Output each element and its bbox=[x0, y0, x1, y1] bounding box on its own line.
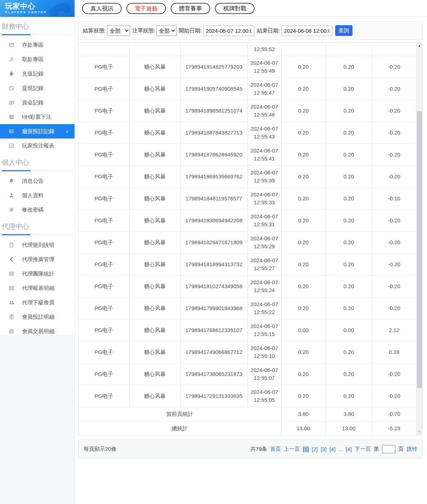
cell-game: 糖心风暴 bbox=[129, 253, 180, 275]
cell-bet-amount: 0.20 bbox=[281, 209, 325, 231]
jump-suffix-label: 页 bbox=[398, 446, 404, 453]
sidebar-item-deposit-zone[interactable]: 存款專區 bbox=[0, 38, 75, 52]
sidebar-item-withdraw-zone[interactable]: 取款專區 bbox=[0, 52, 75, 67]
page-link-4[interactable]: ... bbox=[338, 446, 343, 452]
sidebar-item-room-bet-records[interactable]: 廳室投註記錄› bbox=[0, 124, 75, 139]
sidebar-item-profile[interactable]: 個人資料 bbox=[0, 188, 75, 203]
summary-label: 總統計 bbox=[78, 421, 281, 435]
cell-win-loss: -0.20 bbox=[372, 275, 416, 297]
cell-valid-bet: 0.20 bbox=[325, 253, 372, 275]
cell-game: 糖心风暴 bbox=[129, 187, 180, 209]
cell-win-loss: -0.20 bbox=[372, 363, 416, 385]
settle-status-label: 結算狀態: bbox=[83, 27, 106, 34]
sidebar-item-member-bet-detail[interactable]: 會員投註明細 bbox=[0, 310, 75, 324]
page-link-current[interactable]: [1] bbox=[303, 446, 309, 452]
sidebar-item-label: 消息公告 bbox=[22, 178, 44, 185]
table-scrollbar[interactable]: ▲ ▼ bbox=[416, 43, 422, 435]
cell-valid-bet: 0.00 bbox=[325, 319, 372, 341]
sidebar-item-agent-report-detail[interactable]: 代理報表明細 bbox=[0, 281, 75, 295]
sidebar-item-hh-lottery-bet[interactable]: HH彩票下注 bbox=[0, 110, 75, 124]
tab-category-3[interactable]: 棋牌對戰 bbox=[215, 3, 255, 14]
page-link-5[interactable]: [4] bbox=[346, 446, 352, 452]
table-row: PG电子糖心风暴17989418386949422082024-06-0712:… bbox=[78, 209, 416, 231]
page-link-2[interactable]: [3] bbox=[320, 446, 327, 452]
first-page-link[interactable]: 首页 bbox=[270, 446, 281, 453]
jump-page-input[interactable] bbox=[382, 445, 395, 453]
scroll-thumb[interactable] bbox=[417, 111, 422, 388]
summary-label: 當前頁統計 bbox=[78, 407, 281, 421]
sidebar-item-player-bet-report[interactable]: 玩家投注報表 bbox=[0, 139, 75, 153]
tab-category-1[interactable]: 電子遊藝 bbox=[126, 3, 166, 14]
settle-status-select[interactable]: 全部 bbox=[107, 25, 130, 36]
cell-platform: PG电子 bbox=[78, 144, 129, 165]
cell-game: 糖心风暴 bbox=[129, 122, 180, 144]
scroll-up-arrow[interactable]: ▲ bbox=[417, 43, 422, 49]
report-detail-icon bbox=[9, 285, 14, 291]
cell-game: 糖心风暴 bbox=[129, 297, 180, 319]
cell-game: 糖心风暴 bbox=[129, 56, 180, 78]
order-status-select[interactable]: 全部 bbox=[156, 25, 176, 36]
sidebar-item-label: 代理推廣管理 bbox=[22, 256, 54, 263]
cell-win-loss: 0.28 bbox=[372, 341, 416, 363]
sidebar-item-agent-promotion[interactable]: 代理推廣管理 bbox=[0, 252, 75, 267]
table-row: PG电子糖心风暴17989419148257792032024-06-0712:… bbox=[78, 56, 416, 78]
sidebar-item-label: 代理團隊統計 bbox=[22, 271, 54, 277]
next-page-link[interactable]: 下一页 bbox=[355, 446, 371, 453]
summary-valid-bet: 3.80 bbox=[325, 407, 372, 421]
cell-platform: PG电子 bbox=[78, 122, 129, 144]
cell-bet-time: 2024-06-0712:55:41 bbox=[247, 144, 281, 165]
order-status-label: 注單狀態: bbox=[132, 27, 155, 34]
sidebar-item-agent-rules[interactable]: 代理規則說明 bbox=[0, 238, 75, 252]
cell-bet-time: 2024-06-0712:55:22 bbox=[247, 297, 281, 319]
query-button[interactable]: 查詢 bbox=[335, 25, 352, 36]
table-row: PG电子糖心风暴17989419057409085452024-06-0712:… bbox=[78, 78, 416, 100]
cell-platform: PG电子 bbox=[78, 275, 129, 297]
sidebar-item-change-password[interactable]: 修改密碼 bbox=[0, 203, 75, 217]
sidebar-nav: 財務中心存款專區取款專區充值記錄提現記錄資金記錄HH彩票下注廳室投註記錄›玩家投… bbox=[0, 22, 75, 335]
sidebar-item-member-trade-detail[interactable]: 會員交易明細 bbox=[0, 324, 75, 335]
page-link-1[interactable]: [2] bbox=[312, 446, 318, 452]
sidebar-item-recharge-records[interactable]: 充值記錄 bbox=[0, 67, 75, 81]
cell-valid-bet: 0.20 bbox=[325, 100, 372, 122]
scroll-down-arrow[interactable]: ▼ bbox=[417, 429, 422, 435]
sidebar-item-agent-team-stats[interactable]: 代理團隊統計 bbox=[0, 267, 75, 281]
cell-valid-bet: 0.20 bbox=[325, 144, 372, 165]
tab-category-2[interactable]: 體育賽事 bbox=[171, 3, 210, 14]
cell-bet-time: 2024-06-0712:55:29 bbox=[247, 231, 281, 253]
cell-bet-time: 2024-06-0712:55:27 bbox=[247, 253, 281, 275]
table-row: PG电子糖心风暴17989418695356697622024-06-0712:… bbox=[78, 165, 416, 187]
cell-bet-amount: 0.20 bbox=[281, 144, 325, 165]
jump-button[interactable]: 跳转 bbox=[406, 446, 417, 453]
cell-valid-bet: 0.20 bbox=[325, 385, 372, 407]
cell-order-no: 1798941887843827713 bbox=[180, 122, 247, 144]
summary-bet-amount: 3.80 bbox=[281, 407, 325, 421]
sidebar-item-agent-sub-members[interactable]: 代理下級會員 bbox=[0, 295, 75, 310]
cell-order-no: 1798941768612335107 bbox=[180, 319, 247, 341]
page-link-3[interactable]: [4] bbox=[329, 446, 336, 452]
sidebar-item-announcements[interactable]: 消息公告 bbox=[0, 174, 75, 188]
cell-valid-bet: 0.20 bbox=[325, 187, 372, 209]
section-divider bbox=[2, 35, 73, 35]
sidebar-item-funds-records[interactable]: 資金記錄 bbox=[0, 95, 75, 110]
end-date-input[interactable] bbox=[281, 26, 332, 36]
cell-platform: PG电子 bbox=[78, 231, 129, 253]
cell-bet-time: 2024-06-0712:55:31 bbox=[247, 209, 281, 231]
cell-win-loss bbox=[372, 43, 416, 56]
sidebar-item-withdraw-records[interactable]: 提現記錄 bbox=[0, 81, 75, 95]
start-date-input[interactable] bbox=[203, 26, 254, 36]
cell-game: 糖心风暴 bbox=[129, 100, 180, 122]
bet-records-scroll-viewport[interactable]: 12:55:52PG电子糖心风暴17989419148257792032024-… bbox=[78, 43, 416, 435]
sidebar-item-label: 充值記錄 bbox=[22, 71, 44, 77]
cell-win-loss: -0.20 bbox=[372, 78, 416, 100]
cell-win-loss: -0.20 bbox=[372, 56, 416, 78]
cell-bet-amount: 0.20 bbox=[281, 165, 325, 187]
cell-bet-amount bbox=[281, 43, 325, 56]
cell-bet-time: 2024-06-0712:55:10 bbox=[247, 341, 281, 363]
prev-page-link[interactable]: 上一页 bbox=[284, 446, 300, 453]
sidebar-item-label: 存款專區 bbox=[22, 42, 44, 49]
tab-category-0[interactable]: 真人視訊 bbox=[82, 3, 122, 14]
cell-order-no: 1798941818994313732 bbox=[180, 253, 247, 275]
room-bet-record-icon bbox=[9, 128, 14, 134]
cell-valid-bet: 0.20 bbox=[325, 165, 372, 187]
pagination-controls: 共79条 首页 上一页 [1][2][3][4]...[4] 下一页 第 页 跳… bbox=[250, 445, 417, 453]
